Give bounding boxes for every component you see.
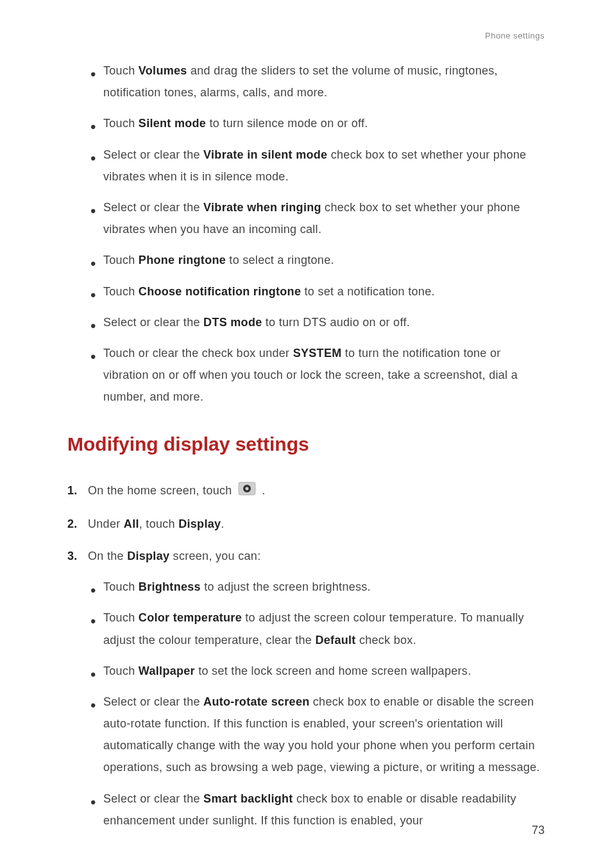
text: to turn silence mode on or off.: [206, 117, 368, 130]
text: check box.: [356, 634, 416, 647]
bold-text: All: [124, 517, 139, 530]
text: Select or clear the: [103, 792, 203, 805]
svg-point-2: [245, 487, 248, 490]
nested-bullet-list: Touch Brightness to adjust the screen br…: [88, 576, 545, 831]
list-item: Select or clear the Auto-rotate screen c…: [103, 691, 545, 779]
text: , touch: [139, 517, 178, 530]
list-item: Touch Choose notification ringtone to se…: [103, 281, 545, 302]
bold-text: Brightness: [139, 580, 201, 593]
list-item: Touch Volumes and drag the sliders to se…: [103, 60, 545, 103]
text: Touch: [103, 611, 139, 624]
text: Touch: [103, 580, 139, 593]
step-number: 2.: [67, 513, 78, 535]
step-number: 3.: [67, 545, 78, 567]
numbered-list: 1. On the home screen, touch . 2. Under …: [67, 480, 545, 831]
step-item: 2. Under All, touch Display.: [67, 513, 545, 535]
page-container: Phone settings Touch Volumes and drag th…: [0, 0, 612, 868]
page-header: Phone settings: [67, 31, 545, 40]
page-number: 73: [532, 824, 545, 837]
bold-text: Vibrate in silent mode: [203, 148, 327, 161]
text: screen, you can:: [169, 550, 260, 562]
text: On the: [88, 550, 127, 562]
bold-text: Wallpaper: [139, 664, 195, 677]
bold-text: Auto-rotate screen: [203, 695, 309, 708]
settings-icon: [238, 481, 256, 503]
text: Touch: [103, 285, 139, 298]
bold-text: Vibrate when ringing: [203, 201, 321, 214]
list-item: Select or clear the Vibrate in silent mo…: [103, 144, 545, 187]
bold-text: Phone ringtone: [139, 254, 226, 266]
text: .: [221, 517, 224, 530]
text: On the home screen, touch: [88, 484, 235, 497]
text: to set the lock screen and home screen w…: [195, 664, 472, 677]
text: to turn DTS audio on or off.: [262, 316, 411, 329]
bold-text: Smart backlight: [203, 792, 293, 805]
list-item: Touch or clear the check box under SYSTE…: [103, 342, 545, 408]
text: Touch: [103, 664, 139, 677]
text: Select or clear the: [103, 148, 203, 161]
bold-text: SYSTEM: [293, 347, 342, 360]
section-title: Modifying display settings: [67, 433, 545, 455]
bold-text: Color temperature: [139, 611, 242, 624]
step-item: 1. On the home screen, touch .: [67, 480, 545, 502]
list-item: Touch Wallpaper to set the lock screen a…: [103, 660, 545, 682]
list-item: Select or clear the Vibrate when ringing…: [103, 196, 545, 240]
text: Touch: [103, 117, 139, 130]
bold-text: Default: [315, 634, 355, 647]
bold-text: Choose notification ringtone: [139, 285, 301, 298]
bold-text: Volumes: [139, 64, 187, 77]
step-number: 1.: [67, 480, 78, 501]
text: .: [262, 484, 265, 497]
bold-text: Display: [127, 550, 169, 562]
text: Select or clear the: [103, 695, 203, 708]
list-item: Touch Color temperature to adjust the sc…: [103, 607, 545, 650]
top-bullet-list: Touch Volumes and drag the sliders to se…: [67, 60, 545, 408]
text: to select a ringtone.: [226, 254, 334, 266]
text: Touch: [103, 64, 139, 77]
text: Touch: [103, 254, 139, 266]
bold-text: Silent mode: [139, 117, 206, 130]
bold-text: Display: [178, 517, 221, 530]
list-item: Select or clear the Smart backlight chec…: [103, 788, 545, 831]
text: Select or clear the: [103, 201, 203, 214]
list-item: Touch Brightness to adjust the screen br…: [103, 576, 545, 598]
text: to adjust the screen brightness.: [201, 580, 371, 593]
bold-text: DTS mode: [203, 316, 262, 329]
list-item: Touch Silent mode to turn silence mode o…: [103, 112, 545, 134]
list-item: Select or clear the DTS mode to turn DTS…: [103, 311, 545, 333]
step-item: 3. On the Display screen, you can: Touch…: [67, 545, 545, 831]
list-item: Touch Phone ringtone to select a rington…: [103, 249, 545, 271]
text: to set a notification tone.: [301, 285, 435, 298]
text: Touch or clear the check box under: [103, 347, 293, 360]
text: Select or clear the: [103, 316, 203, 329]
text: Under: [88, 517, 124, 530]
